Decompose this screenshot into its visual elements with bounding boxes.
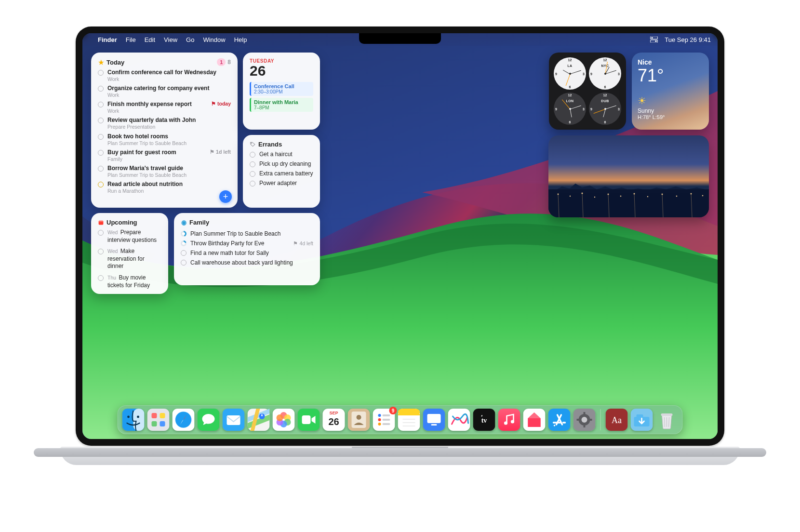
dock-messages[interactable] xyxy=(198,409,220,431)
dock-downloads[interactable] xyxy=(631,409,653,431)
app-menu[interactable]: Finder xyxy=(98,36,117,43)
family-item[interactable]: Call warehouse about back yard lighting xyxy=(181,258,313,267)
dock-mail[interactable] xyxy=(223,409,245,431)
checkbox-icon[interactable] xyxy=(98,118,104,123)
calendar-event-time: 2:30–3:00PM xyxy=(254,89,310,94)
family-item[interactable]: Plan Summer Trip to Sauble Beach xyxy=(181,229,313,239)
dock-tv[interactable] xyxy=(423,409,445,431)
dock-reminders[interactable]: 9 xyxy=(373,409,395,431)
checkbox-icon[interactable] xyxy=(250,171,255,177)
dock-trash[interactable] xyxy=(656,409,678,431)
checkbox-icon[interactable] xyxy=(250,181,255,186)
family-item[interactable]: Find a new math tutor for Sally xyxy=(181,248,313,258)
checkbox-icon[interactable] xyxy=(98,102,104,107)
checkbox-icon[interactable] xyxy=(181,250,187,256)
calendar-event[interactable]: Conference Call2:30–3:00PM xyxy=(250,82,313,96)
today-item-title: Organize catering for company event xyxy=(107,85,231,92)
today-item-title: Finish monthly expense report xyxy=(107,101,207,108)
family-widget[interactable]: ◉ Family Plan Summer Trip to Sauble Beac… xyxy=(174,213,320,285)
dock-music[interactable] xyxy=(498,409,520,431)
dock-news[interactable] xyxy=(523,409,546,431)
checkbox-icon[interactable] xyxy=(98,134,104,140)
dock-separator xyxy=(600,409,601,430)
reminders-today-widget[interactable]: ★ Today 1 8 Confirm conference call for … xyxy=(91,53,238,208)
today-item-sub: Plan Summer Trip to Sauble Beach xyxy=(107,140,231,146)
dock-settings[interactable] xyxy=(573,409,596,431)
menubar-datetime[interactable]: Tue Sep 26 9:41 xyxy=(665,36,711,43)
dock-dictionary[interactable]: Aa xyxy=(606,409,628,431)
svg-rect-73 xyxy=(427,414,441,423)
errands-item[interactable]: Extra camera battery xyxy=(250,170,313,177)
dock-appstore[interactable] xyxy=(548,409,571,431)
menu-file[interactable]: File xyxy=(126,36,136,43)
dock-finder[interactable] xyxy=(122,409,145,431)
upcoming-item[interactable]: Wed Prepare interview questions xyxy=(98,229,161,244)
star-icon: ★ xyxy=(98,59,104,66)
checkbox-icon[interactable] xyxy=(250,152,255,158)
menu-edit[interactable]: Edit xyxy=(145,36,155,43)
checkbox-icon[interactable] xyxy=(98,166,104,172)
menu-view[interactable]: View xyxy=(164,36,177,43)
checkbox-icon[interactable] xyxy=(98,70,104,76)
svg-rect-94 xyxy=(584,425,586,427)
family-item-title: Plan Summer Trip to Sauble Beach xyxy=(190,230,280,237)
control-center-icon[interactable] xyxy=(650,37,658,42)
svg-rect-101 xyxy=(637,414,643,418)
dock-freeform[interactable] xyxy=(448,409,470,431)
dock-safari[interactable] xyxy=(173,409,195,431)
dock-facetime[interactable] xyxy=(298,409,320,431)
checkbox-icon[interactable] xyxy=(98,230,104,236)
weather-widget[interactable]: Nice 71° ☀︎ Sunny H:78° L:59° xyxy=(632,53,709,130)
checkbox-icon[interactable] xyxy=(98,150,104,156)
errands-item[interactable]: Power adapter xyxy=(250,180,313,187)
dock-launchpad[interactable] xyxy=(147,409,170,431)
dock-notes[interactable] xyxy=(398,409,420,431)
world-clock-widget[interactable]: 12369 LA 12369 NYC 12369 LON 12369 DUB xyxy=(549,53,626,130)
upcoming-widget[interactable]: Upcoming Wed Prepare interview questions… xyxy=(91,213,168,294)
menu-help[interactable]: Help xyxy=(234,36,247,43)
menu-go[interactable]: Go xyxy=(186,36,194,43)
checkbox-icon[interactable] xyxy=(98,275,104,281)
errands-item[interactable]: Get a haircut xyxy=(250,151,313,158)
today-item-title: Confirm conference call for Wednesday xyxy=(107,69,231,76)
today-item[interactable]: Read article about nutritionRun a Marath… xyxy=(98,181,231,194)
dock-calendar[interactable]: SEP26 xyxy=(323,409,345,431)
calendar-widget[interactable]: TUESDAY 26 Conference Call2:30–3:00PMDin… xyxy=(243,53,320,130)
svg-point-62 xyxy=(378,423,381,426)
today-item-sub: Prepare Presentation xyxy=(107,124,231,130)
photos-widget[interactable] xyxy=(548,135,709,217)
menu-window[interactable]: Window xyxy=(203,36,225,43)
family-item[interactable]: Throw Birthday Party for Eve ⚑ 4d left xyxy=(181,239,313,248)
today-item[interactable]: Organize catering for company eventWork xyxy=(98,85,231,98)
svg-point-4 xyxy=(251,143,252,144)
today-item[interactable]: Finish monthly expense reportWork ⚑ toda… xyxy=(98,101,231,114)
svg-rect-32 xyxy=(160,413,165,418)
checkbox-icon[interactable] xyxy=(98,86,104,92)
today-item[interactable]: Borrow Maria's travel guidePlan Summer T… xyxy=(98,165,231,178)
checkbox-icon[interactable] xyxy=(250,161,255,167)
desktop-screen[interactable]: Finder File Edit View Go Window Help Tue… xyxy=(82,33,718,439)
calendar-event-time: 7–8PM xyxy=(254,105,310,110)
add-reminder-button[interactable]: + xyxy=(219,190,232,203)
upcoming-item[interactable]: Thu Buy movie tickets for Friday xyxy=(98,274,161,289)
upcoming-item[interactable]: Wed Make reservation for dinner xyxy=(98,248,161,270)
reminders-today-title: Today xyxy=(107,59,124,66)
progress-icon[interactable] xyxy=(181,231,187,237)
errands-item[interactable]: Pick up dry cleaning xyxy=(250,160,313,168)
svg-rect-93 xyxy=(584,412,586,415)
today-item[interactable]: Book two hotel roomsPlan Summer Trip to … xyxy=(98,133,231,146)
checkbox-icon[interactable] xyxy=(181,260,187,266)
progress-icon[interactable] xyxy=(181,240,187,246)
checkbox-icon[interactable] xyxy=(98,249,104,254)
calendar-day-number: 26 xyxy=(250,64,313,78)
today-item[interactable]: Review quarterly data with JohnPrepare P… xyxy=(98,117,231,130)
today-item[interactable]: Confirm conference call for WednesdayWor… xyxy=(98,69,231,82)
dock-photos[interactable] xyxy=(273,409,295,431)
dock-maps[interactable] xyxy=(248,409,270,431)
dock-appletv[interactable]: tv xyxy=(473,409,495,431)
errands-widget[interactable]: Errands Get a haircutPick up dry cleanin… xyxy=(243,135,320,208)
moon-icon[interactable] xyxy=(98,182,104,187)
dock-contacts[interactable] xyxy=(348,409,370,431)
today-item[interactable]: Buy paint for guest roomFamily ⚑ 1d left xyxy=(98,149,231,162)
calendar-event[interactable]: Dinner with Maria7–8PM xyxy=(250,98,313,112)
